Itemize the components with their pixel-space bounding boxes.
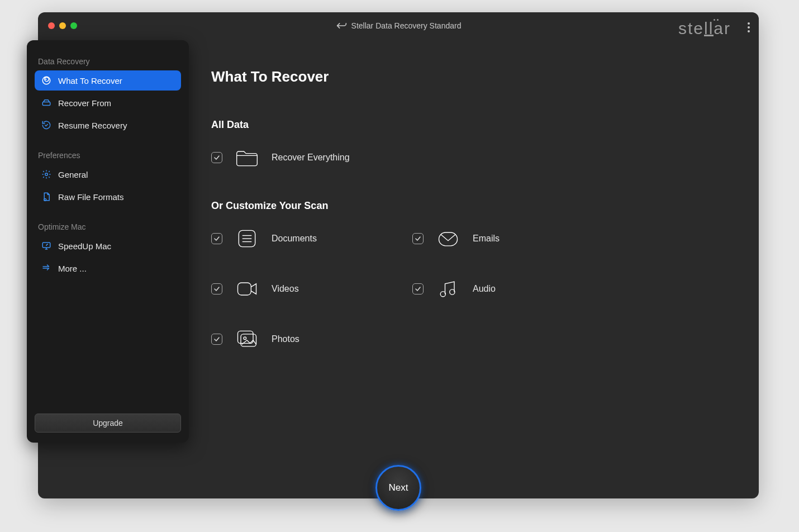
window-controls: [48, 22, 77, 29]
svg-rect-14: [241, 334, 256, 346]
close-window-button[interactable]: [48, 22, 55, 29]
option-label-recover-everything: Recover Everything: [272, 153, 350, 163]
titlebar: Stellar Data Recovery Standard stellar: [38, 12, 759, 39]
checkbox-recover-everything[interactable]: [211, 152, 222, 163]
emails-icon: [436, 227, 460, 250]
minimize-window-button[interactable]: [59, 22, 66, 29]
svg-point-3: [44, 198, 46, 201]
sidebar-item-label: What To Recover: [58, 76, 122, 86]
sidebar-section-title: Preferences: [35, 146, 181, 163]
sidebar-item-recover-from[interactable]: Recover From: [35, 93, 181, 113]
sidebar-item-label: Raw File Formats: [58, 192, 124, 202]
app-window: Stellar Data Recovery Standard stellar D…: [38, 12, 759, 498]
sidebar: Data Recovery What To Recover Recover Fr…: [27, 40, 189, 443]
sidebar-item-label: SpeedUp Mac: [58, 241, 111, 251]
back-icon[interactable]: [336, 22, 347, 30]
main-content: What To Recover All Data Recover Everyth…: [211, 68, 736, 431]
section-heading-all-data: All Data: [211, 119, 736, 131]
sidebar-item-resume-recovery[interactable]: Resume Recovery: [35, 115, 181, 135]
checkbox-videos[interactable]: [211, 283, 222, 294]
folder-icon: [235, 146, 259, 169]
sidebar-item-label: More ...: [58, 264, 87, 273]
documents-icon: [235, 227, 259, 250]
sidebar-item-label: Resume Recovery: [58, 121, 127, 130]
checkbox-documents[interactable]: [211, 233, 222, 244]
next-button-label: Next: [389, 482, 408, 493]
sidebar-item-label: Recover From: [58, 98, 111, 108]
option-label: Emails: [473, 234, 500, 244]
option-label: Audio: [473, 284, 496, 294]
sidebar-item-what-to-recover[interactable]: What To Recover: [35, 70, 181, 91]
svg-point-0: [42, 77, 50, 84]
checkbox-audio[interactable]: [412, 283, 424, 294]
checkbox-emails[interactable]: [412, 233, 424, 244]
window-title: Stellar Data Recovery Standard: [351, 21, 462, 30]
checkbox-photos[interactable]: [211, 334, 222, 345]
next-button[interactable]: Next: [375, 465, 421, 511]
sidebar-item-more[interactable]: More ...: [35, 258, 181, 278]
sidebar-item-speedup-mac[interactable]: SpeedUp Mac: [35, 236, 181, 256]
sidebar-item-label: General: [58, 170, 88, 179]
option-label: Videos: [272, 284, 299, 294]
svg-point-2: [45, 173, 48, 176]
page-title: What To Recover: [211, 68, 736, 86]
svg-rect-1: [42, 102, 50, 106]
file-raw-icon: [41, 192, 51, 202]
section-heading-customize: Or Customize Your Scan: [211, 200, 736, 212]
sidebar-section-title: Optimize Mac: [35, 218, 181, 235]
option-label: Photos: [272, 334, 299, 344]
gear-icon: [41, 169, 51, 179]
monitor-speed-icon: [41, 241, 51, 251]
recovery-circle-icon: [41, 75, 51, 86]
sidebar-item-raw-file-formats[interactable]: Raw File Formats: [35, 187, 181, 207]
brand-logo: stellar: [678, 19, 731, 38]
audio-icon: [436, 278, 460, 300]
photos-icon: [235, 328, 259, 350]
resume-check-icon: [41, 120, 51, 130]
option-label: Documents: [272, 234, 317, 244]
svg-rect-10: [238, 283, 251, 295]
maximize-window-button[interactable]: [70, 22, 77, 29]
drive-icon: [41, 98, 51, 108]
sidebar-section-title: Data Recovery: [35, 53, 181, 69]
svg-rect-9: [439, 232, 458, 246]
sidebar-item-general[interactable]: General: [35, 164, 181, 184]
svg-point-15: [244, 337, 246, 340]
upgrade-button[interactable]: Upgrade: [35, 414, 181, 433]
more-arrows-icon: [41, 263, 51, 273]
menu-button[interactable]: [748, 22, 750, 32]
videos-icon: [235, 278, 259, 300]
